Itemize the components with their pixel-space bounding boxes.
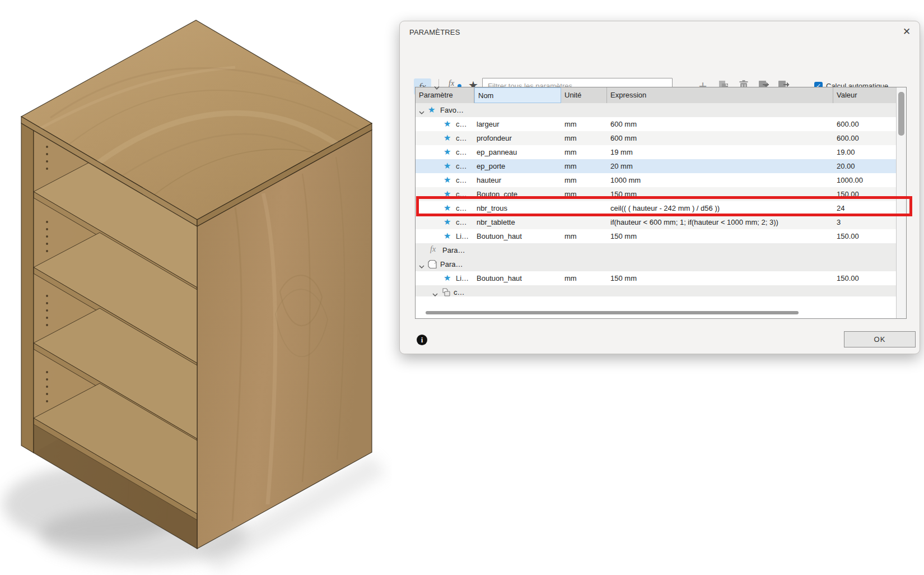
unit-cell: mm <box>564 232 606 240</box>
unit-cell: mm <box>564 274 606 282</box>
cabinet-3d-view <box>0 0 392 575</box>
unit-cell: mm <box>564 120 606 128</box>
column-header-nom[interactable]: Nom <box>474 87 561 103</box>
value-cell: 19.00 <box>837 148 895 156</box>
name-cell[interactable]: Boutuon_haut <box>477 232 561 240</box>
parameter-row[interactable]: ★c…nbr_tabletteif(hauteur < 600 mm; 1; i… <box>416 215 896 229</box>
favorite-star-icon[interactable]: ★ <box>444 161 451 171</box>
parameter-cell: ★Li… <box>416 229 474 243</box>
expression-cell[interactable]: 150 mm <box>610 232 832 240</box>
parameter-cell: ★c… <box>416 201 474 215</box>
value-cell: 600.00 <box>837 134 895 142</box>
name-cell[interactable]: ep_porte <box>477 162 561 170</box>
parameter-cell: ★c… <box>416 117 474 131</box>
sort-caret-icon <box>433 86 440 90</box>
expand-collapse-control[interactable] <box>432 290 438 296</box>
favorite-star-icon[interactable]: ★ <box>444 273 451 283</box>
parameter-row[interactable]: ★c…nbr_trousceil(( ( hauteur - 242 mm ) … <box>416 201 896 215</box>
column-header-expression[interactable]: Expression <box>607 87 833 103</box>
favorite-star-icon[interactable]: ★ <box>428 105 435 115</box>
parameter-cell: Para… <box>416 257 474 271</box>
parameter-type-label: c… <box>456 120 467 128</box>
parameter-row[interactable]: ★Li…Boutuon_hautmm150 mm150.00 <box>416 229 896 243</box>
parameter-type-label: c… <box>456 176 467 184</box>
parameter-group-row[interactable]: fxPara… <box>416 243 896 257</box>
favorite-star-icon[interactable]: ★ <box>444 189 451 199</box>
chevron-down-icon[interactable] <box>419 110 424 115</box>
chevron-down-icon[interactable] <box>419 265 424 269</box>
parameter-row[interactable]: ★c…ep_portemm20 mm20.00 <box>416 159 896 173</box>
value-cell: 1000.00 <box>837 176 895 184</box>
expression-cell[interactable]: 600 mm <box>610 120 832 128</box>
expression-cell[interactable]: 600 mm <box>610 134 832 142</box>
parameters-dialog: PARAMÈTRES ✕ fx fx ★ + <box>399 21 920 354</box>
component-icon <box>441 288 451 296</box>
name-cell[interactable]: profondeur <box>477 134 561 142</box>
value-cell: 3 <box>837 218 895 226</box>
favorite-star-icon[interactable]: ★ <box>444 119 451 129</box>
parameter-row[interactable]: ★c…ep_panneaumm19 mm19.00 <box>416 145 896 159</box>
horizontal-scrollbar-thumb[interactable] <box>426 311 799 314</box>
parameter-group-row[interactable]: c… <box>416 285 896 296</box>
parameter-cell: ★c… <box>416 215 474 229</box>
parameter-row[interactable]: ★Li…Boutuon_hautmm150 mm150.00 <box>416 271 896 285</box>
name-cell[interactable]: Boutuon_haut <box>477 274 561 282</box>
info-glyph: i <box>421 336 423 344</box>
expression-cell[interactable]: 19 mm <box>610 148 832 156</box>
table-header: Paramètre Nom Unité Expression Valeur <box>416 87 906 103</box>
parameter-type-label: Li… <box>456 274 469 282</box>
name-cell[interactable]: hauteur <box>477 176 561 184</box>
close-icon[interactable]: ✕ <box>900 26 913 38</box>
chevron-down-icon[interactable] <box>432 293 438 296</box>
info-icon[interactable]: i <box>417 335 427 345</box>
favorite-star-icon[interactable]: ★ <box>444 231 451 241</box>
vertical-scrollbar[interactable] <box>896 87 906 318</box>
favorite-star-icon[interactable]: ★ <box>444 203 451 213</box>
parameter-row[interactable]: ★c…hauteurmm1000 mm1000.00 <box>416 173 896 187</box>
body-group-icon <box>428 259 437 271</box>
favorite-star-icon[interactable]: ★ <box>444 217 451 227</box>
favorite-star-icon[interactable]: ★ <box>444 175 451 185</box>
parameter-group-row[interactable]: ★Favo… <box>416 103 896 117</box>
expression-cell[interactable]: 20 mm <box>610 162 832 170</box>
parameter-type-label: c… <box>456 204 467 212</box>
expression-cell[interactable]: 150 mm <box>610 274 832 282</box>
parameter-cell: ★c… <box>416 187 474 201</box>
parameters-table: Paramètre Nom Unité Expression Valeur ★F… <box>415 87 907 319</box>
group-label: Favo… <box>440 106 464 114</box>
value-cell: 20.00 <box>837 162 895 170</box>
expand-collapse-control[interactable] <box>419 108 424 117</box>
expression-cell[interactable]: ceil(( ( hauteur - 242 mm ) / d56 )) <box>610 204 832 212</box>
parameter-cell: ★c… <box>416 145 474 159</box>
parameter-type-label: Li… <box>456 232 469 240</box>
parameter-group-row[interactable]: Para… <box>416 257 896 271</box>
name-cell[interactable]: nbr_tablette <box>477 218 561 226</box>
parameter-row[interactable]: ★c…largeurmm600 mm600.00 <box>416 117 896 131</box>
parameter-row[interactable]: ★c…profondeurmm600 mm600.00 <box>416 131 896 145</box>
name-cell[interactable]: largeur <box>477 120 561 128</box>
name-cell[interactable]: ep_panneau <box>477 148 561 156</box>
vertical-scrollbar-thumb[interactable] <box>898 92 904 136</box>
name-cell[interactable]: nbr_trous <box>477 204 561 212</box>
favorite-star-icon[interactable]: ★ <box>444 133 451 143</box>
cabinet-left-panel-edge <box>21 123 34 453</box>
column-header-valeur[interactable]: Valeur <box>833 87 896 103</box>
expression-cell[interactable]: 1000 mm <box>610 176 832 184</box>
parameter-cell: ★c… <box>416 173 474 187</box>
group-label: Para… <box>442 246 465 254</box>
column-header-unite[interactable]: Unité <box>561 87 607 103</box>
parameter-cell: ★Favo… <box>416 103 474 117</box>
parameter-cell: ★Li… <box>416 271 474 285</box>
unit-cell: mm <box>564 190 606 198</box>
name-cell[interactable]: Bouton_cote <box>477 190 561 198</box>
unit-cell: mm <box>564 148 606 156</box>
parameter-cell: ★c… <box>416 159 474 173</box>
ok-button[interactable]: OK <box>844 331 916 347</box>
column-header-parametre[interactable]: Paramètre <box>416 87 474 103</box>
application-window: PARAMÈTRES ✕ fx fx ★ + <box>0 0 924 575</box>
favorite-star-icon[interactable]: ★ <box>444 147 451 157</box>
expression-cell[interactable]: if(hauteur < 600 mm; 1; if(hauteur < 100… <box>610 218 832 226</box>
expand-collapse-control[interactable] <box>419 262 424 271</box>
parameter-row[interactable]: ★c…Bouton_cotemm150 mm150.00 <box>416 187 896 201</box>
expression-cell[interactable]: 150 mm <box>610 190 832 198</box>
